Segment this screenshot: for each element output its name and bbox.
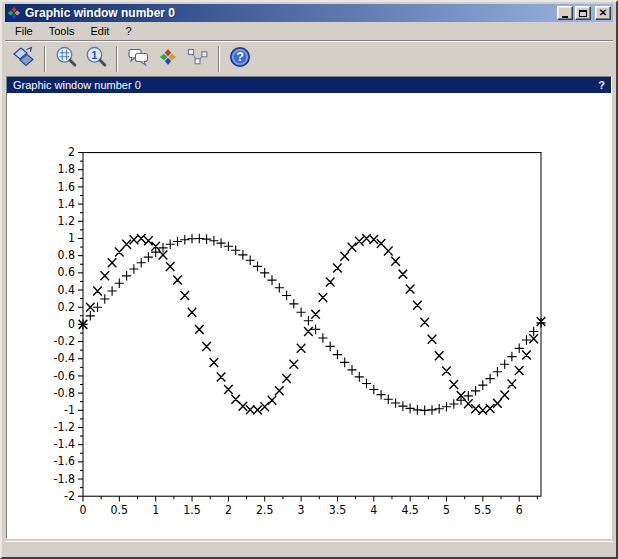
plot-canvas[interactable]: 00.511.522.533.544.555.5621.81.61.41.210… <box>7 93 611 538</box>
toolbar-button-original-view[interactable]: 1 <box>82 45 110 73</box>
svg-text:3.5: 3.5 <box>329 504 346 517</box>
svg-text:1.8: 1.8 <box>58 163 75 176</box>
series-sin-x <box>78 234 545 415</box>
svg-text:-1.2: -1.2 <box>54 421 75 434</box>
svg-text:6: 6 <box>516 504 523 517</box>
dock-help-button[interactable]: ? <box>598 79 605 91</box>
window-controls: ✕ <box>557 6 611 20</box>
graphics-editor-icon <box>126 45 150 72</box>
help-icon: ? <box>228 45 252 72</box>
svg-text:2.5: 2.5 <box>256 504 273 517</box>
maximize-button[interactable] <box>575 6 591 20</box>
svg-text:-1.6: -1.6 <box>54 455 75 468</box>
minimize-button[interactable] <box>557 6 573 20</box>
svg-text:0.5: 0.5 <box>111 504 128 517</box>
title-bar[interactable]: Graphic window number 0 ✕ <box>5 4 613 22</box>
svg-text:-0.2: -0.2 <box>54 335 75 348</box>
svg-text:1: 1 <box>92 49 98 61</box>
close-icon: ✕ <box>599 8 607 18</box>
close-button[interactable]: ✕ <box>595 6 611 20</box>
sine-scatter-chart: 00.511.522.533.544.555.5621.81.61.41.210… <box>7 93 611 538</box>
original-view-icon: 1 <box>84 45 108 72</box>
toolbar-button-rotate-3d[interactable] <box>10 45 38 73</box>
svg-text:1: 1 <box>68 232 75 245</box>
axis-tick-labels: 00.511.522.533.544.555.5621.81.61.41.210… <box>54 146 523 517</box>
toolbar-separator <box>44 46 46 72</box>
axes-box <box>83 153 541 497</box>
svg-text:-2: -2 <box>64 490 75 503</box>
menu-item-help[interactable]: ? <box>117 23 139 39</box>
menu-bar: FileToolsEdit? <box>5 22 613 41</box>
svg-text:0.2: 0.2 <box>58 301 75 314</box>
svg-text:2: 2 <box>225 504 232 517</box>
svg-text:4.5: 4.5 <box>401 504 418 517</box>
svg-text:1.2: 1.2 <box>58 215 75 228</box>
canvas-area: Graphic window number 0 ? 00.511.522.533… <box>6 76 612 539</box>
minimize-icon <box>562 16 568 18</box>
toolbar-separator <box>218 46 220 72</box>
svg-text:0.8: 0.8 <box>58 249 75 262</box>
svg-text:1.4: 1.4 <box>58 198 75 211</box>
toolbar: 1 ? <box>5 41 613 75</box>
svg-text:5: 5 <box>443 504 450 517</box>
menu-item-edit[interactable]: Edit <box>82 23 117 39</box>
scilab-pinwheel-icon <box>159 48 177 69</box>
maximize-icon <box>579 10 587 17</box>
toolbar-button-scilab-pinwheel[interactable] <box>154 45 182 73</box>
toolbar-button-datatips[interactable] <box>184 45 212 73</box>
scilab-pinwheel-icon[interactable] <box>7 6 21 20</box>
svg-text:0: 0 <box>68 318 75 331</box>
datatips-icon <box>186 45 210 72</box>
svg-text:4: 4 <box>370 504 377 517</box>
svg-text:1.6: 1.6 <box>58 180 75 193</box>
status-bar <box>5 541 613 554</box>
axis-ticks <box>78 153 537 502</box>
menu-item-file[interactable]: File <box>7 23 41 39</box>
toolbar-button-graphics-editor[interactable] <box>124 45 152 73</box>
menu-item-tools[interactable]: Tools <box>41 23 83 39</box>
svg-text:0.6: 0.6 <box>58 266 75 279</box>
graphic-window: Graphic window number 0 ✕ FileToolsEdit?… <box>0 0 618 559</box>
svg-text:-0.6: -0.6 <box>54 369 75 382</box>
svg-text:?: ? <box>236 50 244 64</box>
toolbar-button-help[interactable]: ? <box>226 45 254 73</box>
svg-text:3: 3 <box>298 504 305 517</box>
window-title: Graphic window number 0 <box>25 4 557 22</box>
svg-text:-1.8: -1.8 <box>54 472 75 485</box>
rotate-3d-icon <box>12 45 36 72</box>
svg-text:5.5: 5.5 <box>474 504 491 517</box>
toolbar-separator <box>116 46 118 72</box>
svg-text:2: 2 <box>68 146 75 159</box>
svg-text:1.5: 1.5 <box>183 504 200 517</box>
svg-text:-1: -1 <box>64 404 75 417</box>
svg-text:-1.4: -1.4 <box>54 438 75 451</box>
dock-header: Graphic window number 0 ? <box>7 77 611 93</box>
dock-header-title: Graphic window number 0 <box>13 79 598 91</box>
svg-text:0.4: 0.4 <box>58 283 75 296</box>
svg-text:0: 0 <box>80 504 87 517</box>
svg-text:-0.8: -0.8 <box>54 387 75 400</box>
toolbar-button-zoom-area[interactable] <box>52 45 80 73</box>
svg-text:1: 1 <box>152 504 159 517</box>
svg-text:-0.4: -0.4 <box>54 352 75 365</box>
zoom-area-icon <box>54 45 78 72</box>
